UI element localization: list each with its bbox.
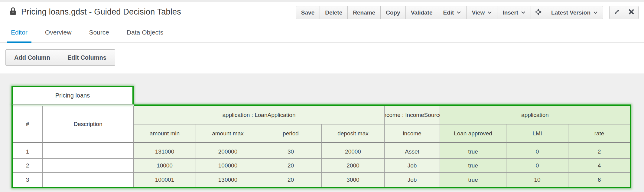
column-header[interactable]: deposit max (322, 124, 385, 143)
description-header[interactable]: Description (43, 106, 134, 143)
caret-down-icon (521, 11, 525, 14)
table-cell[interactable]: 130000 (196, 173, 260, 187)
table-cell[interactable]: 0 (506, 145, 568, 159)
table-cell[interactable]: 10 (506, 173, 568, 187)
caret-down-icon (487, 11, 492, 14)
table-cell[interactable]: true (440, 145, 506, 159)
add-column-button[interactable]: Add Column (5, 49, 59, 66)
caret-down-icon (457, 11, 461, 14)
header-body-separator[interactable] (260, 143, 322, 145)
group-header[interactable]: application (440, 106, 630, 124)
copy-button[interactable]: Copy (381, 6, 406, 19)
delete-button[interactable]: Delete (320, 6, 348, 19)
page-title: Pricing loans.gdst - Guided Decision Tab… (21, 7, 181, 17)
editor-content: Pricing loans #Descriptionapplication : … (0, 74, 644, 192)
table-cell[interactable]: 0 (506, 159, 568, 173)
close-button[interactable] (624, 6, 639, 19)
move-icon (535, 8, 542, 17)
table-cell[interactable]: 20000 (322, 145, 385, 159)
table-cell[interactable]: 20 (260, 173, 322, 187)
table-cell[interactable]: 4 (568, 159, 630, 173)
table-cell[interactable]: Job (385, 173, 440, 187)
row-number-cell[interactable]: 3 (13, 173, 43, 187)
validate-button[interactable]: Validate (406, 6, 438, 19)
tab-editor[interactable]: Editor (8, 22, 30, 42)
actions-bar: Add Column Edit Columns (0, 44, 644, 74)
table-cell[interactable]: 6 (568, 173, 630, 187)
table-cell[interactable]: true (440, 159, 506, 173)
table-cell[interactable]: 3000 (322, 173, 385, 187)
close-icon (628, 9, 634, 16)
column-header[interactable]: period (260, 124, 322, 143)
column-header[interactable]: LMI (506, 124, 568, 143)
row-number-cell[interactable]: 1 (13, 145, 43, 159)
description-cell[interactable] (43, 173, 134, 187)
table-cell[interactable]: 30 (260, 145, 322, 159)
decision-table: #Descriptionapplication : LoanApplicatio… (11, 104, 631, 188)
table-cell[interactable]: Job (385, 159, 440, 173)
description-cell[interactable] (43, 145, 134, 159)
table-cell[interactable]: 200000 (196, 145, 260, 159)
move-button[interactable] (531, 6, 546, 19)
window-button-group (609, 6, 639, 19)
edit-menu-button[interactable]: Edit (438, 6, 467, 19)
table-cell[interactable]: 2000 (322, 159, 385, 173)
table-cell[interactable]: Asset (385, 145, 440, 159)
table-cell[interactable]: 10000 (134, 159, 196, 173)
toolbar: Save Delete Rename Copy Validate Edit Vi… (296, 6, 639, 19)
table-cell[interactable]: 100000 (196, 159, 260, 173)
group-header[interactable]: application : LoanApplication (134, 106, 385, 124)
header-body-separator[interactable] (440, 143, 506, 145)
insert-menu-button[interactable]: Insert (497, 6, 531, 19)
table-cell[interactable]: 131000 (134, 145, 196, 159)
group-header[interactable]: income : IncomeSource (385, 106, 440, 124)
tab-data-objects[interactable]: Data Objects (124, 22, 166, 42)
column-header[interactable]: Loan approved (440, 124, 506, 143)
view-menu-button[interactable]: View (467, 6, 497, 19)
header-body-separator[interactable] (134, 143, 196, 145)
table-cell[interactable]: 20 (260, 159, 322, 173)
caret-down-icon (593, 11, 598, 14)
header-body-separator[interactable] (196, 143, 260, 145)
latest-version-button[interactable]: Latest Version (546, 6, 603, 19)
toolbar-button-group: Save Delete Rename Copy Validate Edit Vi… (296, 6, 603, 19)
table-cell[interactable]: 100001 (134, 173, 196, 187)
expand-button[interactable] (609, 6, 624, 19)
edit-columns-button[interactable]: Edit Columns (59, 49, 115, 66)
column-header[interactable]: amount min (134, 124, 196, 143)
expand-icon (613, 8, 620, 17)
header-body-separator[interactable] (568, 143, 630, 145)
row-number-cell[interactable]: 2 (13, 159, 43, 173)
tab-overview[interactable]: Overview (43, 22, 74, 42)
column-header[interactable]: amount max (196, 124, 260, 143)
header-body-separator[interactable] (13, 143, 43, 145)
save-button[interactable]: Save (296, 6, 320, 19)
column-header[interactable]: rate (568, 124, 630, 143)
title-bar: Pricing loans.gdst - Guided Decision Tab… (0, 0, 644, 22)
tab-bar: Editor Overview Source Data Objects (0, 22, 644, 43)
header-body-separator[interactable] (43, 143, 134, 145)
header-body-separator[interactable] (506, 143, 568, 145)
column-header[interactable]: income (385, 124, 440, 143)
row-number-header[interactable]: # (13, 106, 43, 143)
lock-icon (9, 7, 17, 17)
description-cell[interactable] (43, 159, 134, 173)
rename-button[interactable]: Rename (348, 6, 381, 19)
header-body-separator[interactable] (322, 143, 385, 145)
table-cell[interactable]: 2 (568, 145, 630, 159)
header-body-separator[interactable] (385, 143, 440, 145)
table-cell[interactable]: true (440, 173, 506, 187)
table-caption[interactable]: Pricing loans (11, 86, 134, 104)
tab-source[interactable]: Source (86, 22, 112, 42)
